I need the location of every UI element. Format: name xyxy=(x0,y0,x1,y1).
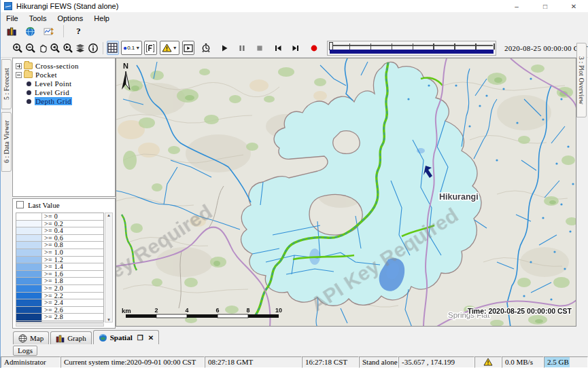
app-icon xyxy=(4,2,12,10)
svg-text:2: 2 xyxy=(154,307,158,314)
status-bar: Administrator Current system time:2020-0… xyxy=(1,356,588,368)
zoom-previous-icon[interactable] xyxy=(49,41,61,55)
pan-hand-icon[interactable] xyxy=(37,41,49,55)
svg-text:N: N xyxy=(123,62,128,70)
svg-text:6: 6 xyxy=(215,307,219,314)
legend-swatch xyxy=(16,213,42,220)
status-gmt-time: 08:27:18 GMT xyxy=(205,356,302,368)
grid-toggle-icon[interactable] xyxy=(107,41,119,55)
status-system-time: Current system time:2020-09-01 00:00 CST xyxy=(60,356,205,368)
tree-item-cross-section[interactable]: Cross-section xyxy=(16,62,115,70)
warning-dropdown[interactable]: ▼ xyxy=(160,41,179,55)
scalar-chart-icon[interactable] xyxy=(41,24,56,39)
status-memory: 2.5 GB xyxy=(544,356,588,368)
time-slider[interactable] xyxy=(327,41,496,56)
tree-item-pocket[interactable]: Pocket xyxy=(16,71,115,79)
legend-swatch xyxy=(16,314,42,320)
menu-file[interactable]: File xyxy=(1,14,24,23)
tab-forecast[interactable]: 5 : Forecast xyxy=(1,59,12,109)
status-coordinates: -35.657 , 174.199 xyxy=(398,356,474,368)
animation-settings-icon[interactable] xyxy=(200,41,212,55)
left-tab-strip: 5 : Forecast 6 : Data Viewer xyxy=(1,58,12,329)
database-icon[interactable] xyxy=(5,24,19,39)
layers-icon[interactable] xyxy=(74,41,86,55)
tree-item-depth-grid[interactable]: Depth Grid xyxy=(16,97,115,105)
legend-swatch xyxy=(16,278,42,284)
minimize-button[interactable]: – xyxy=(502,0,531,12)
time-slider-range-bar xyxy=(330,50,494,54)
status-warning-cell[interactable] xyxy=(474,356,502,368)
tab-plot-overview[interactable]: 3 : Plot Overview xyxy=(576,43,587,117)
blue-globe-icon xyxy=(99,333,107,342)
menu-options[interactable]: Options xyxy=(52,14,88,23)
status-mode: Stand alone xyxy=(359,356,398,368)
legend-swatch xyxy=(16,235,42,242)
help-icon[interactable]: ? xyxy=(71,24,86,39)
folder-icon xyxy=(24,71,33,78)
right-tab-strip: 3 : Plot Overview xyxy=(576,43,588,329)
wire-globe-icon xyxy=(18,334,27,343)
record-icon[interactable] xyxy=(307,41,319,55)
flags-icon[interactable] xyxy=(144,41,156,55)
status-user: Administrator xyxy=(1,356,60,368)
legend-swatch xyxy=(16,285,42,292)
globe-icon[interactable] xyxy=(23,24,37,39)
legend-table: >= 0 >= 0.2 >= 0.4 >= 0.6 >= 0.8 >= 1.0 … xyxy=(16,213,104,323)
tree-item-level-grid[interactable]: Level Grid xyxy=(16,88,115,96)
step-end-icon[interactable] xyxy=(290,41,302,55)
close-panel-icon[interactable]: ✕ xyxy=(148,334,154,342)
map-canvas[interactable]: API Key Required API Key Required Hikura… xyxy=(116,58,576,327)
close-button[interactable]: ✕ xyxy=(559,0,588,12)
animate-display-icon[interactable] xyxy=(182,41,194,55)
undock-panel-icon[interactable]: ❐ xyxy=(137,334,143,342)
tab-graph[interactable]: Graph xyxy=(50,331,92,344)
play-icon[interactable] xyxy=(218,41,230,55)
stop-icon[interactable] xyxy=(254,41,266,55)
folder-icon xyxy=(24,62,33,69)
warning-icon xyxy=(483,358,493,366)
menu-tools[interactable]: Tools xyxy=(24,14,52,23)
threshold-dropdown[interactable]: ●0.1▼ xyxy=(121,41,142,55)
legend-swatch xyxy=(16,242,42,249)
legend-hscrollbar[interactable] xyxy=(16,323,104,327)
svg-text:km: km xyxy=(122,307,131,314)
status-local-time: 16:27:18 CST xyxy=(302,356,359,368)
node-bullet-icon xyxy=(27,81,31,86)
zoom-out-icon[interactable] xyxy=(24,41,36,55)
last-value-checkbox[interactable] xyxy=(16,201,24,208)
tree-item-level-point[interactable]: Level Point xyxy=(16,79,115,88)
menu-help[interactable]: Help xyxy=(88,14,115,23)
info-icon[interactable] xyxy=(86,41,99,55)
map-toolbar: ●0.1▼ ▼ xyxy=(1,39,588,58)
legend-swatch xyxy=(16,249,42,256)
svg-text:10: 10 xyxy=(275,307,282,314)
node-bullet-icon xyxy=(27,90,31,95)
logs-button[interactable]: Logs xyxy=(13,346,37,356)
legend-scrollbar[interactable]: ▲▼ xyxy=(105,213,113,323)
pause-icon[interactable] xyxy=(236,41,248,55)
zoom-next-icon[interactable] xyxy=(62,41,74,55)
expand-icon[interactable] xyxy=(16,63,22,69)
tab-spatial[interactable]: Spatial ❐ ✕ xyxy=(93,330,159,344)
current-time-label: 2020-08-25 00:00:00 CST xyxy=(504,44,588,52)
label-hikurangi: Hikurangi xyxy=(439,192,479,202)
step-start-icon[interactable] xyxy=(272,41,284,55)
legend-swatch xyxy=(16,293,42,299)
status-download-rate: 0.0 MB/s xyxy=(502,356,544,368)
legend-swatch xyxy=(16,299,42,306)
collapse-icon[interactable] xyxy=(16,72,22,78)
maximize-button[interactable]: □ xyxy=(531,0,559,12)
map-time-label: Time: 2020-08-25 00:00:00 CST xyxy=(468,307,572,315)
main-toolbar: ? xyxy=(1,24,588,39)
zoom-in-icon[interactable] xyxy=(12,41,24,55)
legend-swatch xyxy=(16,307,42,314)
tab-map[interactable]: Map xyxy=(13,331,49,344)
window-title: Hikurangi FEWS (Stand alone) xyxy=(16,2,118,10)
bottom-tab-bar: Map Graph Spatial ❐ ✕ xyxy=(1,329,588,344)
legend-swatch xyxy=(16,257,42,263)
title-bar: Hikurangi FEWS (Stand alone) – □ ✕ xyxy=(1,0,588,12)
layer-tree-panel: Cross-section Pocket Level Point Level G… xyxy=(12,58,116,197)
legend-swatch xyxy=(16,263,42,270)
last-value-label: Last Value xyxy=(28,201,60,209)
tab-data-viewer[interactable]: 6 : Data Viewer xyxy=(1,112,12,172)
